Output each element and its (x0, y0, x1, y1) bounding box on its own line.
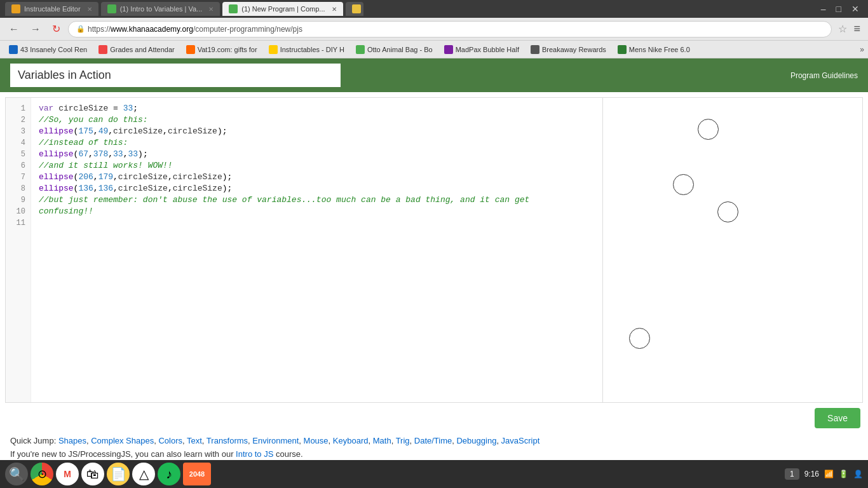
taskbar-search-symbol: 🔍 (9, 466, 24, 482)
page-content: Program Guidelines 1 2 3 4 5 6 7 8 9 10 … (0, 58, 868, 460)
line-num-1: 1 (6, 103, 31, 114)
quick-jump-text[interactable]: Text (187, 436, 202, 445)
save-button[interactable]: Save (815, 408, 860, 428)
bookmark-star-icon[interactable]: ☆ (838, 23, 847, 35)
editor-area: 1 2 3 4 5 6 7 8 9 10 11 var circleSize =… (5, 97, 863, 403)
minimize-button[interactable]: – (817, 4, 830, 14)
lock-icon: 🔒 (76, 25, 85, 33)
taskbar-wifi-icon: 📶 (824, 470, 834, 478)
address-bar: ← → ↻ 🔒 https://www.khanaacademy.org/com… (0, 18, 868, 41)
bookmark-1[interactable]: 43 Insanely Cool Ren (4, 44, 92, 55)
quick-jump-transforms[interactable]: Transforms (207, 436, 248, 445)
quick-jump-math[interactable]: Math (373, 436, 391, 445)
line-num-10: 10 (6, 206, 31, 217)
quick-jump-trig[interactable]: Trig (396, 436, 410, 445)
tab-1-label: Instructable Editor (24, 5, 81, 13)
line-num-6: 6 (6, 160, 31, 172)
save-bar: Save (0, 405, 868, 431)
bookmark-4[interactable]: Instructables - DIY H (264, 44, 349, 55)
code-line-6: //and it still works! WOW!! (39, 160, 595, 172)
tab-4[interactable] (346, 2, 363, 16)
quick-jump-mouse[interactable]: Mouse (304, 436, 329, 445)
circle-2 (717, 201, 738, 222)
tab-1[interactable]: Instructable Editor ✕ (5, 2, 98, 16)
tab-2-close[interactable]: ✕ (208, 6, 214, 13)
bookmark-6[interactable]: MadPax Bubble Half (439, 44, 524, 55)
bookmark-1-label: 43 Insanely Cool Ren (20, 46, 87, 53)
maximize-button[interactable]: □ (832, 4, 845, 14)
taskbar-gmail-symbol: M (60, 466, 75, 482)
bookmark-4-label: Instructables - DIY H (280, 46, 344, 53)
canvas-preview (603, 98, 862, 402)
tab-3-close[interactable]: ✕ (332, 6, 337, 13)
browser-frame: Instructable Editor ✕ (1) Intro to Varia… (0, 0, 868, 488)
program-guidelines-link[interactable]: Program Guidelines (790, 71, 858, 80)
taskbar-drive-icon[interactable]: △ (132, 463, 155, 485)
tab-3-label: (1) New Program | Comp... (241, 5, 325, 13)
tab-1-icon (11, 4, 20, 13)
quick-jump-colors[interactable]: Colors (158, 436, 182, 445)
line-num-3: 3 (6, 126, 31, 137)
code-line-10 (39, 217, 595, 229)
taskbar-shopping-icon[interactable]: 🛍 (81, 463, 104, 485)
intro-to-js-link[interactable]: Intro to JS (236, 449, 273, 459)
bookmark-3-label: Vat19.com: gifts for (198, 46, 257, 53)
quick-jump-datetime[interactable]: Date/Time (414, 436, 452, 445)
tab-3[interactable]: (1) New Program | Comp... ✕ (222, 2, 342, 16)
quick-jump-javascript[interactable]: JavaScript (501, 436, 540, 445)
url-domain: www.khanaacademy.org (111, 25, 193, 34)
taskbar-search-icon[interactable]: 🔍 (5, 463, 28, 485)
line-num-4: 4 (6, 137, 31, 149)
title-bar: Instructable Editor ✕ (1) Intro to Varia… (0, 0, 868, 18)
program-title-input[interactable] (10, 64, 341, 87)
forward-button[interactable]: → (27, 22, 44, 36)
taskbar-chrome-icon[interactable]: ⊙ (31, 463, 53, 485)
code-line-7: ellipse(206,179,circleSize,circleSize); (39, 172, 595, 183)
code-line-1: var circleSize = 33; (39, 103, 595, 114)
line-num-9: 9 (6, 194, 31, 206)
taskbar-spotify-icon[interactable]: ♪ (158, 463, 180, 485)
quick-jump-debugging[interactable]: Debugging (456, 436, 496, 445)
taskbar-gmail-icon[interactable]: M (56, 463, 79, 485)
intro-text-after: course. (273, 449, 302, 459)
url-bar[interactable]: 🔒 https://www.khanaacademy.org/computer-… (68, 21, 832, 37)
quick-jump-keyboard[interactable]: Keyboard (333, 436, 369, 445)
code-content[interactable]: var circleSize = 33; //So, you can do th… (31, 98, 602, 402)
taskbar-game-symbol: 2048 (189, 466, 205, 482)
tab-1-close[interactable]: ✕ (87, 6, 92, 13)
line-num-2: 2 (6, 114, 31, 126)
taskbar-user-icon: 👤 (853, 470, 863, 478)
reload-button[interactable]: ↻ (48, 22, 64, 36)
code-line-11 (39, 229, 595, 240)
bookmark-8-icon (618, 45, 627, 54)
taskbar-chrome-symbol: ⊙ (34, 466, 50, 482)
tab-3-icon (229, 4, 238, 13)
line-num-8: 8 (6, 183, 31, 194)
tab-2-icon (107, 4, 116, 13)
quick-jump-environment[interactable]: Environment (252, 436, 299, 445)
taskbar-docs-icon[interactable]: 📄 (107, 463, 130, 485)
back-button[interactable]: ← (5, 22, 23, 36)
bookmark-2-icon (98, 45, 107, 54)
bookmark-6-label: MadPax Bubble Half (456, 46, 519, 53)
quick-jump-shapes[interactable]: Shapes (58, 436, 86, 445)
menu-icon[interactable]: ≡ (851, 22, 863, 36)
code-editor[interactable]: 1 2 3 4 5 6 7 8 9 10 11 var circleSize =… (6, 98, 603, 402)
bookmark-8[interactable]: Mens Nike Free 6.0 (613, 44, 695, 55)
bookmark-8-label: Mens Nike Free 6.0 (629, 46, 690, 53)
taskbar-drive-symbol: △ (136, 466, 151, 482)
line-numbers: 1 2 3 4 5 6 7 8 9 10 11 (6, 98, 31, 402)
bookmarks-more[interactable]: » (860, 45, 864, 54)
close-button[interactable]: ✕ (848, 4, 863, 14)
bookmark-5[interactable]: Otto Animal Bag - Bo (351, 44, 438, 55)
quick-jump-complex-shapes[interactable]: Complex Shapes (91, 436, 154, 445)
taskbar-game-icon[interactable]: 2048 (183, 463, 211, 485)
bookmark-2[interactable]: Grades and Attendar (93, 44, 180, 55)
bookmark-6-icon (444, 45, 453, 54)
bookmark-3[interactable]: Vat19.com: gifts for (181, 44, 262, 55)
tab-2[interactable]: (1) Intro to Variables | Va... ✕ (101, 2, 220, 16)
taskbar-spotify-symbol: ♪ (161, 466, 177, 482)
bookmark-7[interactable]: Breakaway Rewards (526, 44, 611, 55)
bookmark-7-icon (531, 45, 539, 54)
quick-jump: Quick Jump: Shapes, Complex Shapes, Colo… (0, 431, 868, 448)
